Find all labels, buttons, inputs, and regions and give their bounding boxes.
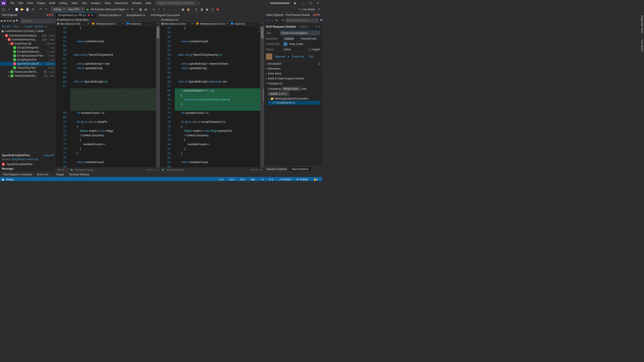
test-row[interactable]: ✓TearsOfJoyTest10 ms	[0, 66, 55, 70]
menu-extensions[interactable]: Extensions	[113, 1, 130, 5]
new-project-icon[interactable]: 📄	[14, 7, 19, 12]
search-icon[interactable]: 🔍	[320, 19, 322, 22]
close-button[interactable]: ✕	[314, 0, 321, 6]
target-branch[interactable]: VS2019	[284, 37, 294, 40]
pin-icon[interactable]: 📌	[314, 13, 318, 16]
work-items-search[interactable]	[286, 18, 319, 22]
nav-dropdown[interactable]: 🔶WebApplication2.Contr	[194, 22, 229, 25]
source-branch[interactable]: FixNullCheck	[301, 37, 316, 40]
document-tab[interactable]: Pull Request Discussion	[148, 12, 182, 18]
upload-icon[interactable]: ↑ 0	[258, 178, 266, 181]
test-row[interactable]: ✓EmojiFaceSearchTest77 ms	[0, 54, 55, 58]
close-panel-icon[interactable]: ✕	[318, 13, 320, 16]
test-row[interactable]: ✕SpecificEmojiNullT...153 ms	[0, 62, 55, 66]
search-icon[interactable]: 🔍	[16, 18, 19, 23]
quick-search-input[interactable]: Search Visual Studio (Ctrl+Q)	[156, 1, 196, 5]
menu-test[interactable]: Test	[80, 1, 89, 5]
config-dropdown[interactable]: Debug	[51, 7, 66, 12]
pr-section[interactable]: ▸Description▢	[264, 61, 322, 66]
nav-prev-icon[interactable]: ←	[167, 7, 172, 12]
nav-dropdown[interactable]: ▣Miscellaneous File	[56, 22, 90, 25]
menu-window[interactable]: Window	[130, 1, 144, 5]
settings-icon[interactable]: ⚙	[10, 18, 12, 23]
approve-button[interactable]: Approve	[275, 55, 285, 58]
lock-icon[interactable]: 🔒	[186, 7, 191, 12]
nav-dropdown[interactable]: ▣Miscellaneous Files	[160, 22, 195, 25]
test-row[interactable]: ▿✕UserSentimentAnalysis...(18)1 sec	[0, 33, 55, 38]
bottom-tab[interactable]: Terminal Window	[66, 172, 92, 177]
test-row[interactable]: ▸✓HomeControllerTe...(6)1 sec	[0, 70, 55, 74]
repo-indicator[interactable]: ▼ VS2019	[294, 178, 310, 181]
zoom-level[interactable]: 125 %	[57, 169, 64, 171]
scrollbar[interactable]	[260, 26, 264, 168]
back-button[interactable]: ◯	[1, 7, 6, 12]
menu-debug[interactable]: Debug	[57, 1, 69, 5]
save-icon[interactable]: 💾	[25, 7, 30, 12]
document-tab[interactable]: EmojiSearch.cs	[124, 12, 148, 18]
bookmark-icon[interactable]: 🔖	[215, 7, 220, 12]
menu-view[interactable]: View	[25, 1, 35, 5]
nav-dropdown[interactable]: 🔶WebApplication2.C	[90, 22, 125, 25]
run-button[interactable]: ▶	[86, 7, 90, 12]
test-row[interactable]: ✓EmojiClothingTest1 ms	[0, 46, 55, 50]
tool-icon-1[interactable]: ▦	[138, 7, 143, 12]
test-row[interactable]: ✓EmojiExtraSpecial...< 1 ms	[0, 50, 55, 54]
open-icon[interactable]: 📂	[20, 7, 24, 12]
compare-dropdown[interactable]: Merge Base	[282, 87, 301, 91]
playlist-link[interactable]: Playlist : All Tests	[25, 25, 44, 28]
run-all-icon[interactable]: ▶	[1, 18, 3, 23]
pr-title-input[interactable]	[280, 31, 320, 35]
layout-icon-2[interactable]: ◨	[199, 7, 204, 12]
undo-icon[interactable]: ↶	[38, 7, 43, 12]
filter-icon[interactable]: ▤	[12, 18, 15, 23]
feedback-icon[interactable]: ☺	[196, 1, 201, 5]
close-panel-icon[interactable]: ✕	[51, 13, 54, 16]
document-tab[interactable]: EmojiSearch.cs: PR 11 📌 ✕	[56, 12, 96, 18]
grid-icon[interactable]: ▦	[180, 7, 185, 12]
step-over-icon[interactable]: ⤵	[162, 7, 167, 12]
menu-build[interactable]: Build	[47, 1, 57, 5]
add-icon[interactable]: +	[258, 29, 260, 33]
pin-icon[interactable]: 📌	[48, 13, 51, 16]
save-all-icon[interactable]: ⎙	[30, 7, 35, 12]
layout-icon-3[interactable]: ▣	[204, 7, 209, 12]
menu-project[interactable]: Project	[35, 1, 47, 5]
test-root[interactable]: UserSentiment (18 tests) 1 failed	[5, 29, 54, 33]
edits-icon[interactable]: ✎ 0	[267, 178, 275, 181]
team-explorer-tab[interactable]: Team Explorer	[289, 167, 311, 171]
checkout-button[interactable]: Check out...	[292, 55, 306, 58]
forward-icon[interactable]: •	[270, 19, 271, 22]
popout-icon[interactable]: ⤢	[318, 25, 320, 28]
pr-section[interactable]: ▸Build & Code Analysis Results	[264, 76, 322, 81]
group-by-icon[interactable]: ⊞	[4, 18, 6, 23]
redo-icon[interactable]: ↷	[44, 7, 48, 12]
scrollbar[interactable]	[156, 26, 160, 168]
urgent-checkbox[interactable]	[308, 48, 311, 51]
plug-icon[interactable]: 🔌	[275, 19, 278, 22]
refresh-icon[interactable]: ⟳	[282, 19, 284, 22]
back-icon[interactable]: ◯	[266, 19, 268, 22]
tool-icon-2[interactable]: ▤	[143, 7, 148, 12]
test-row[interactable]: ▸✓TwitterDataModel...(6)1 ms	[0, 74, 55, 78]
solution-explorer-tab[interactable]: Solution Explorer	[264, 167, 289, 171]
live-share-button[interactable]: Live Share	[302, 8, 315, 11]
pr-section[interactable]: ▸Work Items	[264, 71, 322, 76]
menu-help[interactable]: Help	[144, 1, 153, 5]
update-dropdown[interactable]: Update 1 of 1	[268, 92, 289, 96]
run-all-link[interactable]: Run All	[2, 25, 10, 28]
document-tab[interactable]: HomeController.cs	[96, 12, 124, 18]
left-editor[interactable]: 5455565758596061626364656667686970717273…	[56, 26, 160, 168]
nav-dropdown[interactable]: 🔵hasEmoji	[125, 22, 160, 25]
step-icon[interactable]: ⇥	[151, 7, 156, 12]
source-link[interactable]: EmojiTests.cs line 101	[12, 158, 38, 161]
exit-button[interactable]: Exit	[309, 55, 313, 58]
minimize-button[interactable]: —	[300, 0, 307, 6]
menu-analyze[interactable]: Analyze	[89, 1, 103, 5]
pr-repo[interactable]: VS2019	[298, 25, 308, 28]
layout-icon-4[interactable]: ▢	[210, 7, 215, 12]
home-icon[interactable]: ⌂	[272, 19, 274, 22]
nav-dropdown[interactable]: 🔵hasEmoji	[229, 22, 264, 25]
bottom-tab[interactable]: Pull Request Comments	[1, 172, 34, 177]
maximize-button[interactable]: ▢	[307, 0, 314, 6]
user-avatar-icon[interactable]: ◉	[292, 1, 297, 5]
